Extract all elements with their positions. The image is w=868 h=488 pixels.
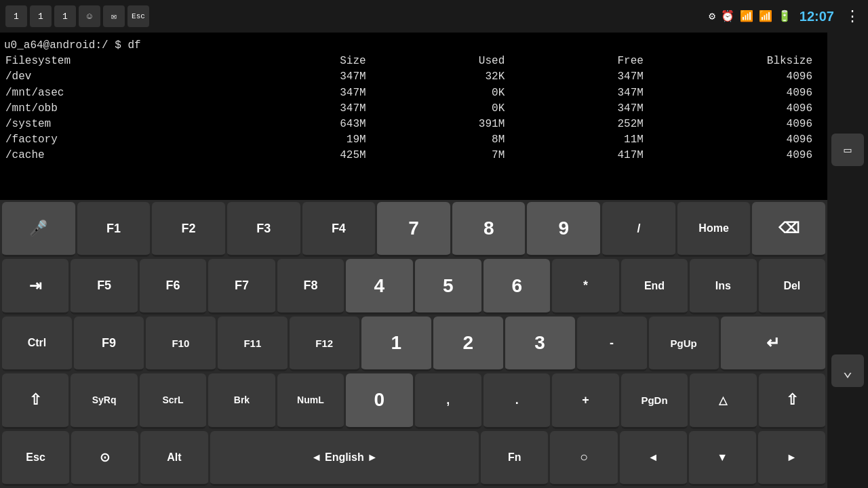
notif-3: 1 — [54, 5, 76, 27]
key-dot[interactable]: . — [484, 373, 550, 428]
notif-1: 1 — [5, 5, 27, 27]
key-down-arrow[interactable]: ▼ — [689, 431, 756, 486]
keyboard: 🎤 F1 F2 F3 F4 7 8 9 / Home ⌫ ⇥ F5 F6 F7 … — [0, 200, 827, 488]
key-1[interactable]: 1 — [361, 317, 431, 371]
df-row-0: /dev347M32K347M4096 — [4, 69, 823, 85]
df-cell-5-3: 417M — [515, 148, 654, 163]
df-cell-4-1: 19M — [238, 132, 377, 148]
key-tab[interactable]: ⇥ — [2, 259, 68, 314]
key-9[interactable]: 9 — [527, 202, 600, 257]
key-enter[interactable]: ↵ — [721, 317, 825, 371]
key-circle-settings[interactable]: ⊙ — [71, 431, 138, 486]
key-f2[interactable]: F2 — [152, 202, 225, 257]
key-7[interactable]: 7 — [377, 202, 450, 257]
df-cell-5-0: /cache — [4, 148, 238, 163]
key-6[interactable]: 6 — [484, 259, 550, 314]
key-f8[interactable]: F8 — [277, 259, 344, 314]
key-right-arrow[interactable]: ► — [758, 431, 825, 486]
df-header: Filesystem Size Used Free Blksize — [4, 54, 823, 69]
key-ctrl[interactable]: Ctrl — [2, 317, 72, 371]
df-row-1: /mnt/asec347M0K347M4096 — [4, 85, 823, 101]
key-3[interactable]: 3 — [505, 317, 575, 371]
key-alt[interactable]: Alt — [140, 431, 208, 486]
kb-row-2: ⇥ F5 F6 F7 F8 4 5 6 * End Ins Del — [2, 259, 825, 314]
key-shift-right[interactable]: ⇧ — [759, 373, 825, 428]
key-f1[interactable]: F1 — [77, 202, 151, 257]
key-2[interactable]: 2 — [433, 317, 503, 371]
key-backspace[interactable]: ⌫ — [752, 202, 825, 257]
df-row-5: /cache425M7M417M4096 — [4, 148, 823, 163]
df-row-3: /system643M391M252M4096 — [4, 117, 823, 132]
df-cell-1-0: /mnt/asec — [4, 85, 238, 101]
col-used: Used — [377, 54, 516, 69]
df-cell-3-3: 252M — [515, 117, 654, 132]
key-numl[interactable]: NumL — [277, 373, 344, 428]
kb-row-bottom: Esc ⊙ Alt ◄ English ► Fn ○ ◄ ▼ ► — [2, 431, 825, 486]
key-8[interactable]: 8 — [452, 202, 526, 257]
key-home[interactable]: Home — [677, 202, 751, 257]
df-cell-4-3: 11M — [515, 132, 654, 148]
col-free: Free — [515, 54, 654, 69]
key-f11[interactable]: F11 — [218, 317, 288, 371]
df-cell-0-1: 347M — [238, 69, 377, 85]
kb-row-1: 🎤 F1 F2 F3 F4 7 8 9 / Home ⌫ — [2, 202, 825, 257]
key-slash[interactable]: / — [602, 202, 675, 257]
key-shift-left[interactable]: ⇧ — [2, 373, 68, 428]
df-row-4: /factory19M8M11M4096 — [4, 132, 823, 148]
key-esc[interactable]: Esc — [2, 431, 69, 486]
df-cell-0-4: 4096 — [654, 69, 823, 85]
wifi-icon: 📶 — [740, 9, 753, 23]
key-sysrq[interactable]: SyRq — [71, 373, 137, 428]
df-table: Filesystem Size Used Free Blksize /dev34… — [4, 54, 823, 163]
key-f4[interactable]: F4 — [302, 202, 376, 257]
key-ins[interactable]: Ins — [690, 259, 756, 314]
kb-row-4: ⇧ SyRq ScrL Brk NumL 0 , . + PgDn △ ⇧ — [2, 373, 825, 428]
key-pgup[interactable]: PgUp — [649, 317, 719, 371]
key-up-arrow[interactable]: △ — [690, 373, 756, 428]
signal-icon: 📶 — [759, 9, 772, 23]
key-minus[interactable]: - — [577, 317, 647, 371]
key-f9[interactable]: F9 — [74, 317, 144, 371]
key-0[interactable]: 0 — [346, 373, 412, 428]
key-comma[interactable]: , — [415, 373, 481, 428]
notification-icons: 1 1 1 ☺ ✉ Esc — [5, 0, 149, 33]
key-f3[interactable]: F3 — [227, 202, 300, 257]
key-fn[interactable]: Fn — [481, 431, 548, 486]
key-end[interactable]: End — [621, 259, 688, 314]
key-f5[interactable]: F5 — [71, 259, 137, 314]
key-star[interactable]: * — [552, 259, 618, 314]
key-home-circle[interactable]: ○ — [550, 431, 617, 486]
notif-2: 1 — [30, 5, 52, 27]
key-plus[interactable]: + — [552, 373, 618, 428]
key-scrl[interactable]: ScrL — [140, 373, 206, 428]
df-cell-2-1: 347M — [238, 101, 377, 117]
right-panel-bottom-btn[interactable]: ⌄ — [831, 354, 864, 387]
df-cell-2-0: /mnt/obb — [4, 101, 238, 117]
df-cell-3-4: 4096 — [654, 117, 823, 132]
right-panel: ▭ ⌄ — [827, 33, 868, 488]
df-cell-0-2: 32K — [377, 69, 516, 85]
key-language[interactable]: ◄ English ► — [210, 431, 479, 486]
right-panel-top-btn[interactable]: ▭ — [831, 134, 864, 166]
key-left-arrow[interactable]: ◄ — [620, 431, 687, 486]
key-brk[interactable]: Brk — [208, 373, 275, 428]
key-del[interactable]: Del — [759, 259, 825, 314]
key-f6[interactable]: F6 — [140, 259, 206, 314]
key-5[interactable]: 5 — [415, 259, 481, 314]
key-pgdn[interactable]: PgDn — [621, 373, 688, 428]
notif-mail: ✉ — [103, 5, 125, 27]
key-4[interactable]: 4 — [346, 259, 412, 314]
df-cell-5-2: 7M — [377, 148, 516, 163]
key-mic[interactable]: 🎤 — [2, 202, 75, 257]
col-size: Size — [238, 54, 377, 69]
df-cell-1-2: 0K — [377, 85, 516, 101]
df-row-2: /mnt/obb347M0K347M4096 — [4, 101, 823, 117]
key-f10[interactable]: F10 — [146, 317, 216, 371]
key-f7[interactable]: F7 — [208, 259, 275, 314]
df-cell-1-3: 347M — [515, 85, 654, 101]
clock: 12:07 — [800, 9, 834, 24]
df-cell-1-1: 347M — [238, 85, 377, 101]
terminal-prompt: u0_a64@android:/ $ df — [4, 38, 823, 54]
more-icon[interactable]: ⋮ — [845, 7, 860, 26]
key-f12[interactable]: F12 — [290, 317, 359, 371]
